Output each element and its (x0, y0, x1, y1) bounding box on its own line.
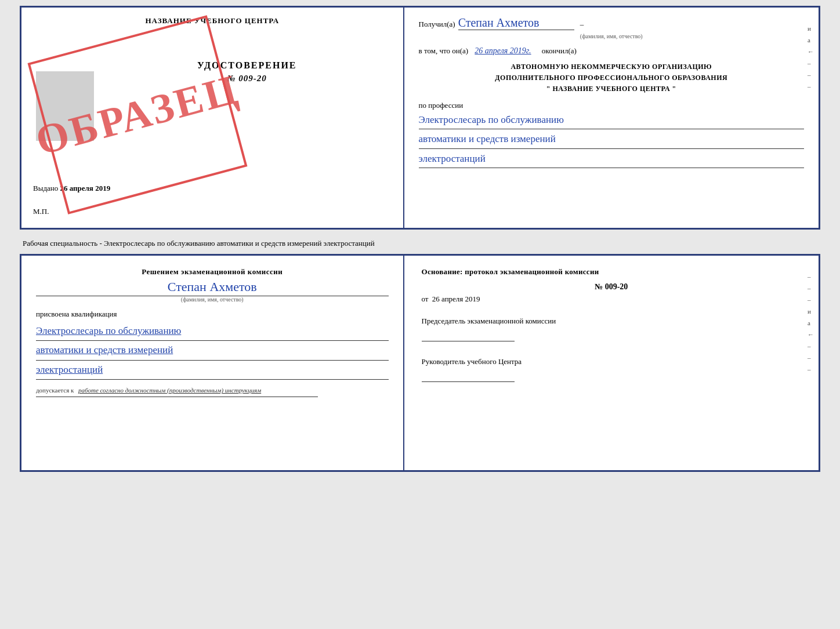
dash: – (580, 20, 584, 29)
protocol-date-value: 26 апреля 2019 (432, 294, 480, 303)
fio-small: (фамилия, имя, отчество) (36, 296, 389, 303)
certificate-label: УДОСТОВЕРЕНИЕ (103, 60, 392, 71)
org-line1: АВТОНОМНУЮ НЕКОММЕРЧЕСКУЮ ОРГАНИЗАЦИЮ (419, 61, 804, 72)
received-label: Получил(а) (419, 20, 455, 29)
issued-date: 26 апреля 2019 (60, 184, 111, 192)
recipient-name: Степан Ахметов (458, 16, 574, 30)
received-line: Получил(а) Степан Ахметов – (419, 16, 804, 30)
top-doc-left: НАЗВАНИЕ УЧЕБНОГО ЦЕНТРА УДОСТОВЕРЕНИЕ №… (21, 8, 404, 228)
profession-line1: Электрослесарь по обслуживанию (419, 111, 804, 130)
head-line: Руководитель учебного Центра (422, 356, 801, 385)
issued-label: Выдано (33, 184, 58, 192)
head-signature-line (422, 370, 515, 382)
photo-placeholder (36, 71, 94, 141)
organization-block: АВТОНОМНУЮ НЕКОММЕРЧЕСКУЮ ОРГАНИЗАЦИЮ ДО… (419, 61, 804, 95)
qualification-assigned: присвоена квалификация (36, 310, 389, 319)
top-document: НАЗВАНИЕ УЧЕБНОГО ЦЕНТРА УДОСТОВЕРЕНИЕ №… (20, 6, 820, 230)
protocol-number: № 009-20 (422, 282, 801, 292)
profession-label: по профессии (419, 101, 804, 110)
chairman-signature-line (422, 330, 515, 341)
допускается-prefix: допускается к (36, 387, 74, 394)
bottom-doc-left: Решением экзаменационной комиссии Степан… (21, 256, 404, 470)
right-marks-top: и а ← – – – (808, 25, 814, 90)
bottom-document: Решением экзаменационной комиссии Степан… (20, 254, 820, 472)
head-label: Руководитель учебного Центра (422, 357, 522, 366)
date-prefix: от (422, 294, 429, 303)
profession-line3: электростанций (419, 150, 804, 169)
qual-line1: Электрослесарь по обслуживанию (36, 322, 389, 341)
right-marks-bottom: – – – и а ← – – – (808, 273, 814, 373)
org-line3: " НАЗВАНИЕ УЧЕБНОГО ЦЕНТРА " (419, 83, 804, 94)
допускается-line: допускается к работе согласно должностны… (36, 387, 389, 394)
profession-line2: автоматики и средств измерений (419, 130, 804, 149)
vtom-line: в том, что он(а) 26 апреля 2019г. окончи… (419, 46, 804, 56)
certificate-number: № 009-20 (103, 74, 392, 83)
basis-text: Основание: протокол экзаменационной коми… (422, 267, 801, 277)
org-line2: ДОПОЛНИТЕЛЬНОГО ПРОФЕССИОНАЛЬНОГО ОБРАЗО… (419, 72, 804, 83)
qual-line3: электростанций (36, 361, 389, 380)
person-name: Степан Ахметов (36, 279, 389, 294)
completion-date: 26 апреля 2019г. (475, 46, 531, 55)
mp-line: М.П. (33, 207, 49, 216)
top-doc-right: Получил(а) Степан Ахметов – (фамилия, им… (404, 8, 819, 228)
chairman-label: Председатель экзаменационной комиссии (422, 317, 556, 325)
vtom-label: в том, что он(а) (419, 46, 469, 55)
chairman-line: Председатель экзаменационной комиссии (422, 315, 801, 344)
issued-line: Выдано 26 апреля 2019 (33, 184, 110, 193)
fio-label: (фамилия, имя, отчество) (419, 33, 804, 39)
finished-label: окончил(а) (542, 46, 577, 55)
separator-text: Рабочая специальность - Электрослесарь п… (20, 237, 820, 250)
bottom-doc-right: Основание: протокол экзаменационной коми… (404, 256, 819, 470)
decision-text: Решением экзаменационной комиссии (36, 267, 389, 277)
qual-line2: автоматики и средств измерений (36, 341, 389, 360)
protocol-date: от 26 апреля 2019 (422, 294, 801, 304)
training-center-title: НАЗВАНИЕ УЧЕБНОГО ЦЕНТРА (33, 16, 392, 26)
допускается-text: работе согласно должностным (производств… (78, 387, 261, 394)
